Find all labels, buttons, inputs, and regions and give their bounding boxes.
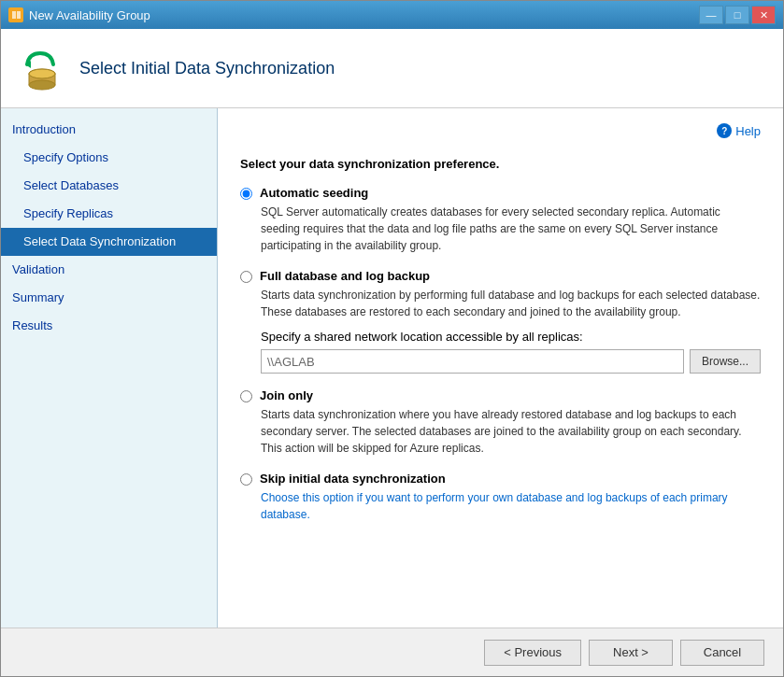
- network-path-input[interactable]: [261, 349, 684, 374]
- option-join-only: Join only Starts data synchronization wh…: [240, 388, 761, 457]
- main-content: Introduction Specify Options Select Data…: [1, 108, 783, 628]
- help-label: Help: [735, 124, 761, 138]
- section-title: Select your data synchronization prefere…: [240, 157, 761, 171]
- radio-full-backup[interactable]: [240, 271, 252, 283]
- desc-join-only: Starts data synchronization where you ha…: [261, 406, 761, 457]
- label-skip-sync[interactable]: Skip initial data synchronization: [260, 472, 446, 486]
- radio-automatic-seeding-row[interactable]: Automatic seeding: [240, 186, 761, 200]
- content-inner: ? Help Select your data synchronization …: [218, 108, 783, 628]
- next-button[interactable]: Next >: [589, 640, 673, 666]
- sidebar-item-specify-replicas[interactable]: Specify Replicas: [1, 200, 217, 228]
- svg-point-6: [29, 80, 55, 90]
- close-button[interactable]: ✕: [751, 6, 776, 24]
- sidebar-item-summary[interactable]: Summary: [1, 284, 217, 312]
- help-icon: ?: [717, 123, 732, 138]
- title-bar-left: New Availability Group: [8, 7, 150, 22]
- help-link[interactable]: ? Help: [717, 123, 761, 138]
- option-skip-sync: Skip initial data synchronization Choose…: [240, 472, 761, 523]
- sidebar-item-validation[interactable]: Validation: [1, 256, 217, 284]
- sidebar-item-introduction[interactable]: Introduction: [1, 116, 217, 144]
- sidebar-item-select-data-sync[interactable]: Select Data Synchronization: [1, 228, 217, 256]
- maximize-button[interactable]: □: [725, 6, 749, 24]
- radio-full-backup-row[interactable]: Full database and log backup: [240, 269, 761, 283]
- desc-automatic-seeding: SQL Server automatically creates databas…: [261, 204, 761, 254]
- page-title: Select Initial Data Synchronization: [79, 59, 335, 78]
- desc-skip-sync: Choose this option if you want to perfor…: [261, 489, 761, 523]
- window-title: New Availability Group: [29, 8, 150, 22]
- footer: < Previous Next > Cancel: [1, 628, 783, 676]
- browse-button[interactable]: Browse...: [690, 349, 761, 374]
- title-bar: New Availability Group — □ ✕: [1, 1, 783, 29]
- content-area: ? Help Select your data synchronization …: [218, 108, 783, 628]
- network-location-row: Browse...: [261, 349, 761, 374]
- window-icon: [8, 7, 23, 22]
- radio-join-only[interactable]: [240, 390, 252, 402]
- label-automatic-seeding[interactable]: Automatic seeding: [260, 186, 368, 200]
- header-icon: [20, 46, 64, 91]
- header-bar: Select Initial Data Synchronization: [1, 29, 783, 108]
- sidebar: Introduction Specify Options Select Data…: [1, 108, 218, 628]
- radio-skip-sync-row[interactable]: Skip initial data synchronization: [240, 472, 761, 486]
- cancel-button[interactable]: Cancel: [680, 640, 764, 666]
- title-bar-buttons: — □ ✕: [699, 6, 776, 24]
- label-full-backup[interactable]: Full database and log backup: [260, 269, 430, 283]
- radio-skip-sync[interactable]: [240, 473, 252, 486]
- desc-full-backup: Starts data synchronization by performin…: [261, 287, 761, 320]
- label-join-only[interactable]: Join only: [260, 388, 313, 402]
- svg-rect-2: [17, 11, 21, 19]
- sidebar-item-results[interactable]: Results: [1, 312, 217, 340]
- radio-automatic-seeding[interactable]: [240, 188, 252, 200]
- radio-join-only-row[interactable]: Join only: [240, 388, 761, 402]
- help-row: ? Help: [240, 123, 761, 149]
- network-location-label: Specify a shared network location access…: [261, 330, 761, 344]
- svg-rect-1: [12, 11, 16, 19]
- main-window: New Availability Group — □ ✕ Select Init…: [0, 0, 784, 677]
- option-full-backup: Full database and log backup Starts data…: [240, 269, 761, 374]
- minimize-button[interactable]: —: [699, 6, 723, 24]
- sidebar-item-select-databases[interactable]: Select Databases: [1, 172, 217, 200]
- sidebar-item-specify-options[interactable]: Specify Options: [1, 144, 217, 172]
- svg-point-7: [29, 69, 55, 78]
- option-automatic-seeding: Automatic seeding SQL Server automatical…: [240, 186, 761, 254]
- previous-button[interactable]: < Previous: [484, 640, 581, 666]
